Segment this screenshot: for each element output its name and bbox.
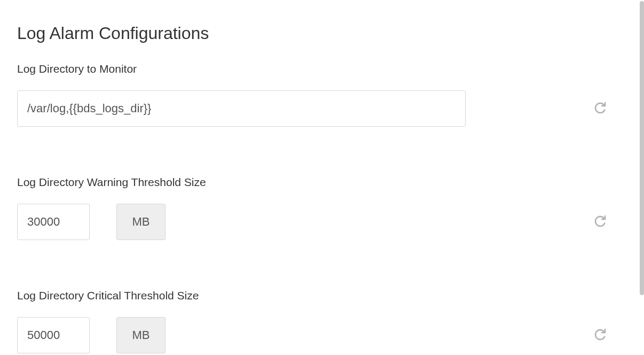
reset-button[interactable] (592, 213, 609, 230)
refresh-icon (594, 328, 607, 343)
field-label: Log Directory Warning Threshold Size (17, 176, 618, 189)
field-label: Log Directory Critical Threshold Size (17, 289, 618, 302)
field-critical-threshold: Log Directory Critical Threshold Size MB (17, 289, 618, 353)
warning-threshold-input[interactable] (17, 204, 90, 240)
reset-button[interactable] (592, 327, 609, 344)
scrollbar-track[interactable] (640, 0, 644, 355)
field-label: Log Directory to Monitor (17, 63, 618, 75)
unit-label: MB (116, 204, 166, 240)
field-log-directory: Log Directory to Monitor (17, 63, 618, 127)
reset-button[interactable] (592, 100, 609, 117)
unit-label: MB (116, 317, 166, 353)
field-warning-threshold: Log Directory Warning Threshold Size MB (17, 176, 618, 240)
log-directory-input[interactable] (17, 90, 466, 127)
critical-threshold-input[interactable] (17, 317, 90, 353)
refresh-icon (594, 215, 607, 229)
refresh-icon (594, 102, 607, 116)
scrollbar-thumb[interactable] (640, 1, 644, 295)
section-title: Log Alarm Configurations (17, 24, 618, 43)
